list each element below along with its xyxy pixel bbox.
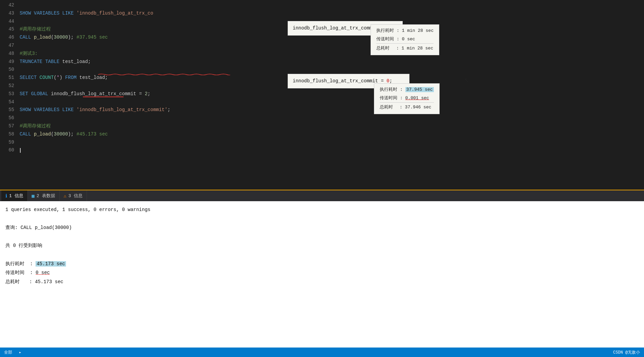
exec-value: 45.173 sec <box>36 261 66 267</box>
code-line: SET GLOBAL innodb_flush_log_at_trx_commi… <box>20 90 644 98</box>
code-line: #测试3: <box>20 50 644 58</box>
tab-3-label: 3 信息 <box>68 193 83 199</box>
tabs-bar: ℹ 1 信息 ▦ 2 表数据 ⚠ 3 信息 <box>0 190 644 201</box>
tooltip-1-stats: 执行耗时: 1 min 28 sec 传送时间: 0 sec 总耗时: 1 mi… <box>371 24 439 55</box>
output-area: 1 queries executed, 1 success, 0 errors,… <box>0 201 644 348</box>
code-line <box>20 1 644 9</box>
output-total-time: 总耗时 : 45.173 sec <box>5 277 639 287</box>
code-line: SHOW VARIABLES LIKE 'innodb_flush_log_at… <box>20 9 644 18</box>
status-left: 全部 ▸ <box>4 350 21 355</box>
tab-2-label: 2 表数据 <box>37 193 55 199</box>
exec-label: 执行耗时 <box>5 261 24 267</box>
status-right: CSDN @无敌小 <box>613 350 640 355</box>
output-blank-3 <box>5 250 639 259</box>
editor-area: 42 43 44 45 46 47 48 49 50 51 52 53 54 5… <box>0 0 644 190</box>
red-underline-line53 <box>98 70 230 71</box>
output-exec-time: 执行耗时 : 45.173 sec <box>5 259 639 269</box>
code-line <box>20 139 644 147</box>
status-all-label: 全部 <box>4 350 12 355</box>
status-expand-icon: ▸ <box>19 350 21 355</box>
code-line: TRUNCATE TABLE test_load; <box>20 58 644 66</box>
code-line <box>20 146 644 154</box>
table-icon: ▦ <box>32 193 35 199</box>
code-line <box>20 98 644 106</box>
total-value: 45.173 sec <box>35 279 63 285</box>
info-icon: ℹ <box>5 193 7 199</box>
line-numbers: 42 43 44 45 46 47 48 49 50 51 52 53 54 5… <box>0 0 17 190</box>
output-summary: 1 queries executed, 1 success, 0 errors,… <box>5 205 639 214</box>
bottom-panel: ℹ 1 信息 ▦ 2 表数据 ⚠ 3 信息 1 queries executed… <box>0 190 644 357</box>
query-label: 查询: <box>5 225 21 230</box>
output-blank-1 <box>5 214 639 224</box>
output-rows: 共 0 行受到影响 <box>5 241 639 250</box>
tab-table-2[interactable]: ▦ 2 表数据 <box>28 190 60 201</box>
code-line <box>20 114 644 122</box>
output-query: 查询: CALL p_load(30000) <box>5 223 639 232</box>
output-blank-2 <box>5 232 639 241</box>
query-text: CALL p_load(30000) <box>21 225 72 230</box>
text-cursor <box>20 148 21 153</box>
output-send-time: 传送时间 : 0 sec <box>5 268 639 277</box>
tab-info-3[interactable]: ⚠ 3 信息 <box>60 190 87 201</box>
tab-info-1[interactable]: ℹ 1 信息 <box>1 190 28 201</box>
send-value: 0 sec <box>36 270 50 275</box>
mouse-cursor-icon: ↖ <box>464 74 469 86</box>
exec-colon: : <box>30 261 36 267</box>
code-line: CALL p_load(30000); #45.173 sec <box>20 130 644 139</box>
total-colon: : <box>29 279 35 285</box>
total-label: 总耗时 <box>5 279 20 285</box>
code-line <box>20 42 644 50</box>
code-line: SHOW VARIABLES LIKE 'innodb_flush_log_at… <box>20 106 644 114</box>
code-content[interactable]: SHOW VARIABLES LIKE 'innodb_flush_log_at… <box>17 0 644 190</box>
statusbar: 全部 ▸ CSDN @无敌小 <box>0 348 644 357</box>
warn-icon: ⚠ <box>64 193 66 199</box>
tab-1-label: 1 信息 <box>9 193 23 199</box>
tooltip-2-stats: 执行耗时: 37.945 sec 传送时间: 0.001 sec 总耗时: 37… <box>374 83 440 114</box>
send-colon: : <box>30 270 36 275</box>
send-label: 传送时间 <box>5 270 24 275</box>
code-line: #调用存储过程 <box>20 122 644 130</box>
